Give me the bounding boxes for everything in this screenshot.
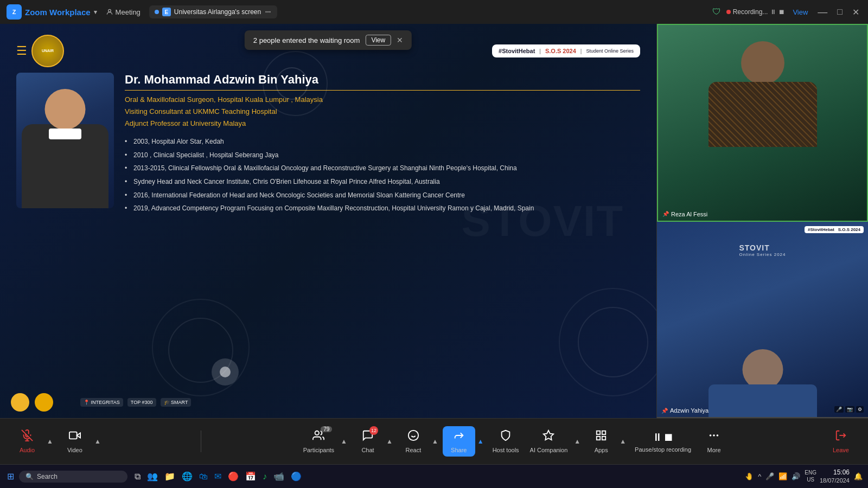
dropdown-arrow[interactable]: ▾ xyxy=(94,9,97,16)
footer-circle-2 xyxy=(35,393,53,412)
svg-rect-16 xyxy=(597,436,600,440)
share-icon xyxy=(453,429,465,445)
video-label: Video xyxy=(67,447,82,453)
stop-icon: ⏹ xyxy=(778,8,785,16)
pause-recording-label: Pause/stop recording xyxy=(635,446,691,453)
leave-label: Leave xyxy=(833,447,849,453)
waiting-close-button[interactable]: ✕ xyxy=(397,36,403,44)
teams-icon[interactable]: 👥 xyxy=(144,469,161,484)
presentation-area: 2 people entered the waiting room View ✕… xyxy=(0,24,656,418)
maximize-button[interactable]: □ xyxy=(835,7,845,17)
screen-share-tab[interactable]: E Universitas Airlangga's screen xyxy=(149,5,277,18)
notification-bell-icon[interactable]: 🔔 xyxy=(853,471,864,481)
speaker-titles: Oral & Maxillofacial Surgeon, Hospital K… xyxy=(125,94,640,130)
meeting-menu[interactable]: Meeting xyxy=(106,8,141,16)
chat-chevron[interactable]: ▲ xyxy=(384,435,395,447)
audio-button[interactable]: Audio xyxy=(11,426,43,457)
red-app-icon[interactable]: 🔴 xyxy=(225,469,241,484)
share-label: Share xyxy=(451,447,467,453)
react-icon xyxy=(407,429,419,445)
participants-button[interactable]: 79 Participants xyxy=(299,426,339,457)
view-label[interactable]: View xyxy=(790,8,810,16)
video-1-name: Reza Al Fessi xyxy=(671,211,707,217)
task-view-icon[interactable]: ⧉ xyxy=(132,470,143,484)
react-chevron[interactable]: ▲ xyxy=(430,435,441,447)
integritas-logo: 📍 INTEGRITAS xyxy=(80,398,123,407)
speaker-section: Dr. Mohammad Adzwin Bin Yahiya Oral & Ma… xyxy=(16,73,640,216)
zoom-toolbar: Audio ▲ Video ▲ 79 Participants ▲ 12 xyxy=(0,418,868,464)
apps-chevron[interactable]: ▲ xyxy=(617,435,628,447)
mail-icon[interactable]: ✉ xyxy=(212,469,224,484)
svg-point-9 xyxy=(315,431,319,435)
share-button[interactable]: Share xyxy=(443,426,475,457)
footer-circle-1 xyxy=(11,393,29,412)
explorer-icon[interactable]: 📁 xyxy=(162,469,178,484)
leave-icon xyxy=(835,429,847,445)
speaker-icon: 🔊 xyxy=(790,471,801,481)
pause-recording-button[interactable]: ⏸⏹ Pause/stop recording xyxy=(630,427,695,456)
audio-chevron[interactable]: ▲ xyxy=(44,435,55,447)
spotify-icon[interactable]: ♪ xyxy=(260,470,270,484)
video-button[interactable]: Video xyxy=(59,426,91,457)
smart-logo: 🎓 SMART xyxy=(161,398,192,407)
date-display: 18/07/2024 xyxy=(820,477,850,484)
edge-icon[interactable]: 🌐 xyxy=(179,469,195,484)
leave-button[interactable]: Leave xyxy=(825,426,857,457)
close-button[interactable]: ✕ xyxy=(850,7,861,17)
top300-logo: TOP #300 xyxy=(127,398,156,407)
host-tools-label: Host tools xyxy=(493,447,519,453)
chrome-icon[interactable]: 🔵 xyxy=(288,469,304,484)
ai-chevron[interactable]: ▲ xyxy=(572,435,583,447)
slide-logo-right: #StovitHebat | S.O.S 2024 | Student Onli… xyxy=(492,44,640,57)
video-icon xyxy=(69,429,81,445)
language-indicator: ENGUS xyxy=(805,469,816,483)
meeting-icon xyxy=(106,8,113,16)
taskbar-right: 🤚 ^ 🎤 📶 🔊 ENGUS 15:06 18/07/2024 🔔 xyxy=(744,468,864,485)
svg-rect-8 xyxy=(69,432,77,439)
tab-dot xyxy=(155,10,159,14)
bio-item-4: • Sydney Head and Neck Cancer Institute,… xyxy=(125,176,640,188)
divider-1 xyxy=(201,431,201,452)
taskbar-search[interactable]: 🔍 Search xyxy=(19,471,127,483)
calendar-icon[interactable]: 📅 xyxy=(242,469,259,484)
right-panel: 📌 Reza Al Fessi #StovitHebat S.O.S 2024 … xyxy=(656,24,868,418)
ai-companion-button[interactable]: AI Companion xyxy=(526,426,572,457)
host-tools-button[interactable]: Host tools xyxy=(488,426,524,457)
chat-button[interactable]: 12 Chat xyxy=(352,426,384,457)
speaker-title-1: Oral & Maxillofacial Surgeon, Hospital K… xyxy=(125,94,640,106)
apps-button[interactable]: Apps xyxy=(585,426,617,457)
host-tools-icon xyxy=(500,429,512,445)
pause-recording-icon: ⏸⏹ xyxy=(652,430,674,444)
svg-point-2 xyxy=(266,11,266,12)
waiting-view-button[interactable]: View xyxy=(365,35,391,46)
recording-dot xyxy=(726,10,731,14)
tab-options-icon[interactable] xyxy=(264,8,272,16)
more-button[interactable]: More xyxy=(698,426,730,457)
video-2-label: 📌 Adzwin Yahiya xyxy=(661,407,709,414)
participants-chevron[interactable]: ▲ xyxy=(339,435,349,447)
minimize-button[interactable]: — xyxy=(815,7,829,18)
zoom-logo[interactable]: Z Zoom Workplace ▾ xyxy=(7,4,97,20)
meeting-label: Meeting xyxy=(116,8,141,16)
share-chevron[interactable]: ▲ xyxy=(475,435,486,447)
svg-point-10 xyxy=(409,431,418,440)
svg-rect-15 xyxy=(602,431,605,434)
svg-point-3 xyxy=(270,11,270,12)
windows-start-button[interactable]: ⊞ xyxy=(4,469,17,484)
apps-icon xyxy=(595,429,607,445)
chat-icon: 12 xyxy=(362,429,374,445)
chevron-up-icon[interactable]: ^ xyxy=(757,471,762,481)
zoom-taskbar-icon[interactable]: 📹 xyxy=(271,469,287,484)
react-button[interactable]: React xyxy=(397,426,430,457)
video-chevron[interactable]: ▲ xyxy=(92,435,103,447)
ms-store-icon[interactable]: 🛍 xyxy=(196,470,210,484)
tab-label: Universitas Airlangga's screen xyxy=(174,8,261,16)
footer-logos: 📍 INTEGRITAS TOP #300 🎓 SMART xyxy=(80,398,191,407)
slide-footer: 📍 INTEGRITAS TOP #300 🎓 SMART xyxy=(11,393,191,412)
video-person-1 xyxy=(658,25,867,221)
security-shield-icon: 🛡 xyxy=(712,7,721,17)
svg-point-1 xyxy=(268,11,269,12)
pin-icon-2: 📌 xyxy=(661,408,668,414)
deco-circle-5 xyxy=(152,299,250,396)
speaker-photo xyxy=(16,73,114,208)
